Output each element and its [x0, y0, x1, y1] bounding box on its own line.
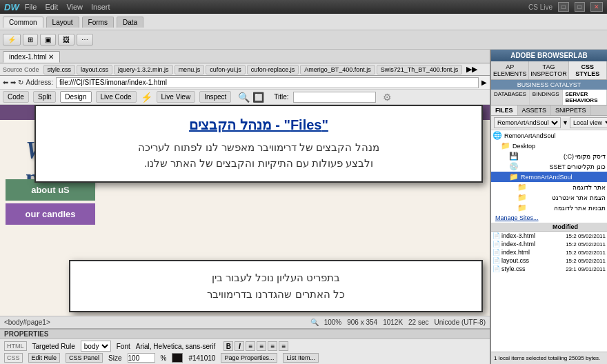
align-left-btn[interactable]: ≡ — [246, 341, 255, 351]
go-btn[interactable]: ▶ — [481, 79, 487, 86]
font-value: Arial, Helvetica, sans-serif — [136, 343, 216, 350]
tree-item-local-disk[interactable]: 💾 דיסק מקומי (C:) — [491, 151, 607, 161]
cs-live-label: CS Live — [528, 3, 553, 11]
tab-tag-inspector[interactable]: TAG INSPECTOR — [529, 61, 568, 79]
popup-bottom-text: בתפריט העליון נוכל לעבור בין כל האתרים ש… — [84, 270, 468, 303]
popup-bottom-overlay: בתפריט העליון נוכל לעבור בין כל האתרים ש… — [69, 260, 483, 312]
view-selector[interactable]: Local view — [570, 117, 607, 128]
insert-bar: ⚡ ⊞ ▣ 🖼 ⋯ — [0, 30, 607, 50]
file-row-style[interactable]: 📄 style.css 09/01/2011 23:1 — [491, 265, 607, 273]
col-modified-header: Modified — [553, 223, 604, 230]
tree-item-templates[interactable]: 📁 תבניות אתר לדוגמה — [491, 203, 607, 213]
tab-ap-elements[interactable]: AP ELEMENTS — [491, 61, 529, 79]
tab-layout[interactable]: Layout — [46, 17, 79, 28]
tree-item-cdrom[interactable]: 💿 כונן תקליטורים SSET — [491, 161, 607, 172]
bc-header: BUSINESS CATALYST — [491, 80, 607, 90]
css-tab-menu[interactable]: menu.js — [175, 65, 205, 74]
insert-btn-2[interactable]: ⊞ — [23, 34, 38, 46]
file-row-index[interactable]: 📄 index.html 05/02/2011 15:2 — [491, 248, 607, 256]
tree-item-internet[interactable]: 📁 הצמת אתר אינטרנט — [491, 192, 607, 203]
tag-selector[interactable]: <body#page1> — [4, 318, 50, 326]
file-row-index4[interactable]: 📄 index-4.html 05/02/2011 15:2 — [491, 240, 607, 248]
status-dimensions: 906 x 354 — [347, 318, 377, 326]
tab-data[interactable]: Data — [117, 17, 143, 28]
menu-edit[interactable]: Edit — [45, 3, 58, 11]
properties-header: PROPERTIES — [0, 330, 490, 339]
right-panel-status: 1 local items selected totalling 25035 b… — [491, 352, 607, 364]
italic-btn[interactable]: I — [235, 341, 244, 351]
bc-tab-bindings[interactable]: BINDINGS — [530, 90, 563, 105]
popup-files-overlay: "Files" - מנהל הקבצים מנהל הקבצים של דרי… — [34, 105, 483, 183]
view-liveview-btn[interactable]: Live View — [157, 91, 196, 103]
scroll-right-icon[interactable]: ▶▶ — [466, 65, 477, 74]
menu-bar[interactable]: File Edit View Insert — [25, 3, 110, 11]
align-justify-btn[interactable]: ≡ — [279, 341, 288, 351]
cs-close-btn[interactable]: ✕ — [590, 2, 603, 12]
view-inspect-btn[interactable]: Inspect — [199, 91, 231, 103]
bc-tab-databases[interactable]: DATABASES — [491, 90, 530, 105]
targeted-rule-select[interactable]: body — [81, 341, 111, 352]
status-zoom: 🔍 — [310, 318, 319, 326]
css-panel-btn[interactable]: CSS Panel — [66, 353, 103, 363]
menu-insert[interactable]: Insert — [91, 3, 110, 11]
css-tab-cufonrep[interactable]: cufon-replace.js — [247, 65, 299, 74]
file-tab-index[interactable]: index-1.html ✕ — [3, 51, 60, 63]
bc-tab-server[interactable]: SERVER BEHAVIORS — [563, 90, 608, 105]
tree-item-site[interactable]: 🌐 RemonArtAndSoul — [491, 130, 607, 141]
css-tab-jquery[interactable]: jquery-1.3.2.min.js — [114, 65, 173, 74]
menu-file[interactable]: File — [25, 3, 37, 11]
source-code-label: Source Code — [3, 66, 39, 73]
view-split-btn[interactable]: Split — [33, 91, 56, 103]
edit-rule-btn[interactable]: Edit Rule — [28, 353, 61, 363]
site-selector[interactable]: RemonArtAndSoul — [494, 117, 561, 128]
view-livecode-btn[interactable]: Live Code — [96, 91, 137, 103]
css-tab-layout[interactable]: layout.css — [77, 65, 112, 74]
address-bar: ⬅ ➡ ↻ Address: ▶ — [0, 76, 490, 90]
files-list-header: Modified — [491, 223, 607, 232]
insert-btn-1[interactable]: ⚡ — [3, 34, 21, 46]
view-code-btn[interactable]: Code — [3, 91, 29, 103]
tab-css-styles[interactable]: CSS STYLES — [569, 61, 607, 79]
color-box[interactable] — [172, 353, 183, 363]
insert-btn-5[interactable]: ⋯ — [77, 34, 93, 46]
css-tab-amerigo[interactable]: Amerigo_BT_400.font.js — [300, 65, 375, 74]
our-candles-btn[interactable]: our candles — [6, 203, 95, 225]
size-label: Size — [108, 354, 121, 362]
right-tabs: AP ELEMENTS TAG INSPECTOR CSS STYLES — [491, 61, 607, 80]
insert-btn-3[interactable]: ▣ — [40, 34, 56, 46]
file-row-layout[interactable]: 📄 layout.css 05/02/2011 15:2 — [491, 256, 607, 265]
view-design-btn[interactable]: Design — [60, 91, 91, 103]
address-input[interactable] — [56, 77, 479, 88]
files-panel-tabs: FILES ASSETS SNIPPETS — [491, 105, 607, 116]
file-row-index3[interactable]: 📄 index-3.html 05/02/2011 15:2 — [491, 232, 607, 240]
tree-item-desktop[interactable]: 📁 Desktop — [491, 141, 607, 151]
files-tree: 🌐 RemonArtAndSoul 📁 Desktop 💾 דיסק מקומי… — [491, 130, 607, 352]
popup-files-title: "Files" - מנהל הקבצים — [50, 117, 468, 133]
align-right-btn[interactable]: ≡ — [268, 341, 277, 351]
props-css-label: CSS — [4, 353, 23, 363]
tab-common[interactable]: Common — [3, 17, 43, 28]
manage-sites-link[interactable]: Manage Sites... — [491, 213, 607, 223]
cs-minimize-btn[interactable]: □ — [558, 2, 568, 12]
menu-view[interactable]: View — [66, 3, 83, 11]
align-center-btn[interactable]: ≡ — [257, 341, 266, 351]
title-input[interactable] — [293, 92, 376, 103]
page-props-btn[interactable]: Page Properties... — [221, 353, 277, 363]
css-tab-swis[interactable]: Swis721_Th_BT_400.font.js — [377, 65, 463, 74]
list-item-btn[interactable]: List Item... — [283, 353, 319, 363]
files-tab-files[interactable]: FILES — [491, 105, 518, 115]
files-tab-snippets[interactable]: SNIPPETS — [551, 105, 591, 115]
tree-item-site-example[interactable]: 📁 אתר לדוגמה — [491, 182, 607, 192]
bold-btn[interactable]: B — [223, 341, 233, 351]
insert-btn-4[interactable]: 🖼 — [58, 34, 74, 46]
tab-forms[interactable]: Forms — [82, 17, 114, 28]
size-input[interactable] — [128, 353, 155, 363]
tree-item-remon-selected[interactable]: 📁 RemonArtAndSoul — [491, 172, 607, 182]
css-tab-style[interactable]: style.css — [43, 65, 76, 74]
cs-maximize-btn[interactable]: □ — [575, 2, 585, 12]
files-tab-assets[interactable]: ASSETS — [518, 105, 552, 115]
view-bar: Code Split Design Live Code ⚡ Live View … — [0, 90, 490, 105]
col-name-header — [494, 223, 553, 230]
site-nav-buttons: about uS our candles — [0, 179, 95, 230]
css-tab-cufon[interactable]: cufon-yui.js — [206, 65, 246, 74]
